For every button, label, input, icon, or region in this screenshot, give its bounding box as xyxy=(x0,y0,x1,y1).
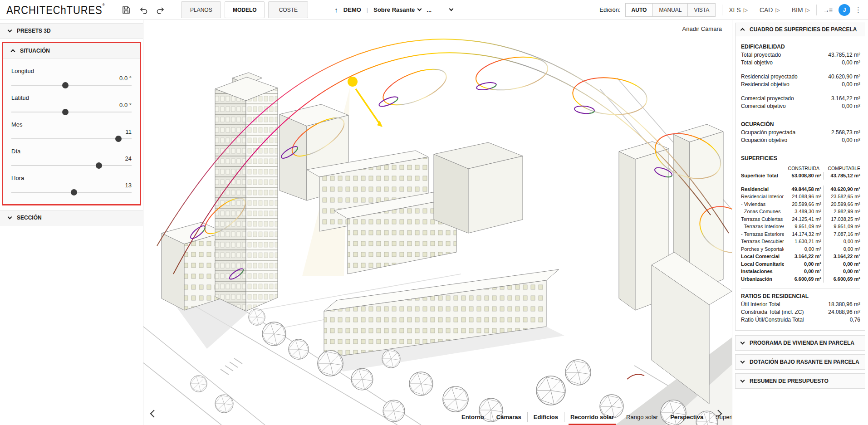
situacion-highlight-box: SITUACIÓN Longitud 0.0 ° Latitud 0.0 ° xyxy=(2,42,141,205)
edicion-mode-button[interactable]: VISTA xyxy=(688,3,716,17)
row-construida: 14.174,32 m² xyxy=(784,230,821,238)
kebab-menu-icon[interactable]: ⋮ xyxy=(855,6,862,14)
superficies-title: SUPERFICIES xyxy=(741,155,860,161)
view-tab[interactable]: Perspectiva xyxy=(664,412,709,422)
row-construida: 6.600,69 m² xyxy=(784,275,821,283)
view-tab[interactable]: Cámaras xyxy=(490,412,527,422)
row-construida: 3.489,30 m² xyxy=(784,208,821,215)
row-label: Comercial objetivo xyxy=(741,103,786,110)
sun-icon[interactable] xyxy=(348,77,383,127)
slider-track[interactable] xyxy=(11,109,132,115)
user-avatar[interactable]: J xyxy=(839,4,850,16)
surface-row: Local Comercial 3.164,22 m² 3.164,22 m² xyxy=(741,253,860,260)
export-buttons: XLS ▷ CAD ▷ BIM ▷ xyxy=(729,6,810,14)
slider-label: Mes xyxy=(11,121,132,128)
slider-row: Longitud 0.0 ° xyxy=(11,68,132,88)
slider-label: Hora xyxy=(11,175,132,181)
slider-thumb[interactable] xyxy=(96,162,102,169)
row-construida: 1.630,21 m² xyxy=(784,238,821,245)
situacion-sliders: Longitud 0.0 ° Latitud 0.0 ° xyxy=(3,59,140,204)
edicion-switch: Edición: AUTO MANUAL VISTA xyxy=(599,3,716,17)
row-computable: 9.951,09 m² xyxy=(823,223,860,230)
data-row: Ratio Útil/Construida Total 0,76 xyxy=(741,316,860,324)
data-row: Construida Total (incl. ZC) 24.088,96 m² xyxy=(741,308,860,316)
data-row: Residencial proyectado 40.620,90 m² xyxy=(741,73,860,81)
surface-row: Superficie Total 53.008,80 m² 43.785,12 … xyxy=(741,172,860,180)
row-value: 24.088,96 m² xyxy=(828,308,860,316)
slider-thumb[interactable] xyxy=(62,82,69,88)
edicion-mode-button[interactable]: MANUAL xyxy=(653,3,688,17)
export-button[interactable]: CAD ▷ xyxy=(760,6,780,14)
slider-track[interactable] xyxy=(11,136,132,142)
project-divider: | xyxy=(367,6,368,13)
section-presets-3d[interactable]: PRESETS 3D xyxy=(0,23,143,39)
collapse-panel-icon[interactable]: →≡ xyxy=(823,6,832,14)
redo-icon[interactable] xyxy=(156,5,166,15)
data-row: Residencial objetivo 0,00 m² xyxy=(741,81,860,88)
slider-thumb[interactable] xyxy=(62,109,69,115)
upload-icon[interactable]: ↑ xyxy=(334,6,338,14)
row-computable: 7.087,16 m² xyxy=(823,230,860,238)
slider-track[interactable] xyxy=(11,162,132,169)
project-bar: ↑ DEMO | Sobre Rasante ... xyxy=(334,6,453,14)
3d-viewport[interactable]: Añadir Cámara Entorno Cámaras Edificios … xyxy=(143,20,732,425)
row-value: 0,00 m² xyxy=(842,103,860,110)
row-label: Útil Interior Total xyxy=(741,301,780,308)
view-tab[interactable]: Recorrido solar xyxy=(564,412,620,422)
row-label: Ocupación objetivo xyxy=(741,137,787,144)
surface-row: Residencial Interior 24.088,96 m² 23.582… xyxy=(741,193,860,200)
slider-value: 11 xyxy=(11,128,132,135)
row-label: - Terrazas Interiores xyxy=(741,223,784,230)
row-computable: 20.599,66 m² xyxy=(823,200,860,208)
secondary-dropdown[interactable] xyxy=(450,9,453,10)
row-computable: 6.600,69 m² xyxy=(823,275,860,283)
slider-track[interactable] xyxy=(11,189,132,195)
ocupacion-title: OCUPACIÓN xyxy=(741,121,860,127)
collapsed-section-header[interactable]: PROGRAMA DE VIVIENDA EN PARCELA xyxy=(735,335,865,351)
surface-row: Instalaciones 0,00 m² 0,00 m² xyxy=(741,268,860,275)
slider-thumb[interactable] xyxy=(115,136,122,142)
surface-row: Urbanización 6.600,69 m² 6.600,69 m² xyxy=(741,275,860,283)
save-icon[interactable] xyxy=(121,5,131,15)
collapsed-sections: PROGRAMA DE VIVIENDA EN PARCELA DOTACIÓN… xyxy=(732,335,868,389)
surface-row: - Zonas Comunes 3.489,30 m² 2.982,99 m² xyxy=(741,208,860,215)
slider-track[interactable] xyxy=(11,82,132,88)
view-tab[interactable]: Rango solar xyxy=(620,412,664,422)
export-button[interactable]: XLS ▷ xyxy=(729,6,748,14)
slider-row: Latitud 0.0 ° xyxy=(11,94,132,115)
edicion-label: Edición: xyxy=(599,6,620,13)
ratios-title: RATIOS DE RESIDENCIAL xyxy=(741,293,860,299)
collapsed-section-header[interactable]: RESUMEN DE PRESUPUESTO xyxy=(735,373,865,389)
collapsed-section-header[interactable]: DOTACIÓN BAJO RASANTE EN PARCELA xyxy=(735,354,865,370)
undo-icon[interactable] xyxy=(138,5,148,15)
section-seccion[interactable]: SECCIÓN xyxy=(0,210,143,225)
data-row: Comercial proyectado 3.164,22 m² xyxy=(741,95,860,103)
main-tab[interactable]: PLANOS xyxy=(181,1,221,18)
slider-value: 0.0 ° xyxy=(11,75,132,82)
row-computable: 43.785,12 m² xyxy=(823,172,860,180)
slider-value: 0.0 ° xyxy=(11,102,132,108)
row-computable: 23.582,65 m² xyxy=(823,193,860,200)
row-label: Construida Total (incl. ZC) xyxy=(741,308,804,316)
view-tab[interactable]: Entorno xyxy=(456,412,490,422)
level-dropdown[interactable]: Sobre Rasante xyxy=(373,6,421,13)
chevron-down-icon xyxy=(8,28,12,32)
row-value: 3.164,22 m² xyxy=(831,95,860,103)
slider-thumb[interactable] xyxy=(71,189,77,195)
surface-row: Porches y Soportales 0,00 m² 0,00 m² xyxy=(741,245,860,253)
section-cuadro-superficies[interactable]: CUADRO DE SUPERFICIES DE PARCELA xyxy=(735,23,865,36)
row-label: Porches y Soportales xyxy=(741,245,784,253)
edicion-mode-button[interactable]: AUTO xyxy=(625,3,653,17)
collapse-left-icon[interactable] xyxy=(147,408,157,420)
main-tab[interactable]: COSTE xyxy=(268,1,308,18)
chevron-down-icon xyxy=(740,378,745,382)
export-button[interactable]: BIM ▷ xyxy=(792,6,810,14)
add-camera-button[interactable]: Añadir Cámara xyxy=(682,25,722,32)
row-label: Local Comunitario xyxy=(741,260,784,268)
right-panel: CUADRO DE SUPERFICIES DE PARCELA EDIFICA… xyxy=(732,20,868,425)
collapse-right-icon[interactable] xyxy=(715,408,725,420)
superficies-rows: Superficie Total 53.008,80 m² 43.785,12 … xyxy=(741,172,860,283)
section-situacion[interactable]: SITUACIÓN xyxy=(3,43,140,59)
main-tab[interactable]: MODELO xyxy=(225,1,265,18)
view-tab[interactable]: Edificios xyxy=(527,412,564,422)
